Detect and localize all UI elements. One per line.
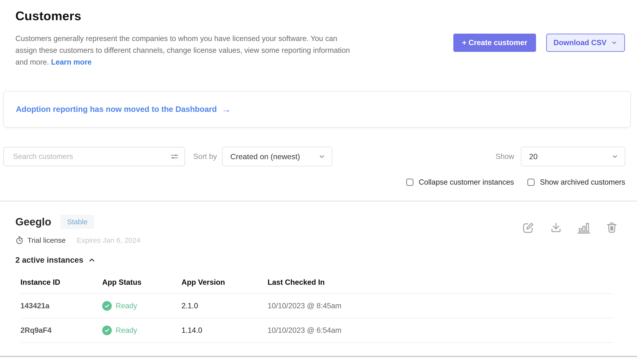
page-description: Customers generally represent the compan…	[15, 33, 350, 68]
collapse-instances-group: Collapse customer instances	[406, 178, 514, 186]
edit-icon[interactable]	[522, 222, 534, 234]
license-row: Trial license Expires Jan 6, 2024	[15, 236, 622, 244]
header-row: Customers generally represent the compan…	[15, 33, 625, 68]
channel-badge: Stable	[60, 215, 94, 229]
sort-select[interactable]: Created on (newest)	[222, 147, 332, 166]
create-customer-button[interactable]: + Create customer	[453, 34, 536, 52]
instance-table: Instance ID App Status App Version Last …	[21, 275, 614, 343]
adoption-banner-link[interactable]: Adoption reporting has now moved to the …	[16, 105, 231, 114]
app-status-cell: Ready	[102, 294, 181, 318]
collapse-instances-checkbox[interactable]	[406, 179, 413, 186]
license-expires: Expires Jan 6, 2024	[77, 236, 140, 244]
search-input[interactable]	[3, 147, 185, 166]
customer-card: Geeglo Stable	[0, 202, 637, 343]
show-label: Show	[495, 152, 514, 161]
page-header: Customers Customers generally represent …	[0, 0, 637, 68]
show-select[interactable]: 20	[521, 147, 625, 166]
page-title: Customers	[15, 9, 625, 23]
check-circle-icon	[102, 326, 112, 335]
download-csv-label: Download CSV	[554, 38, 606, 47]
bar-chart-icon[interactable]	[578, 222, 590, 234]
sort-by-label: Sort by	[193, 152, 217, 161]
description-line: and more.	[15, 58, 49, 66]
description-line: Customers generally represent the compan…	[15, 33, 350, 44]
description-line: assign these customers to different chan…	[15, 44, 350, 56]
app-status-label: Ready	[116, 302, 137, 310]
arrow-right-icon: →	[222, 105, 231, 114]
column-header: App Status	[102, 275, 181, 294]
app-status-label: Ready	[116, 326, 137, 335]
customer-name: Geeglo	[15, 216, 51, 228]
app-status-cell: Ready	[102, 318, 181, 343]
filter-sliders-icon[interactable]	[170, 152, 179, 161]
sort-select-value: Created on (newest)	[230, 152, 300, 161]
checkbox-row: Collapse customer instances Show archive…	[0, 178, 625, 186]
instances-toggle[interactable]: 2 active instances	[15, 256, 96, 264]
adoption-banner-text: Adoption reporting has now moved to the …	[16, 105, 217, 114]
show-archived-checkbox[interactable]	[527, 179, 535, 186]
header-actions: + Create customer Download CSV	[453, 34, 625, 52]
customers-page: Customers Customers generally represent …	[0, 0, 637, 364]
license-type: Trial license	[15, 236, 66, 244]
customer-actions	[522, 222, 618, 234]
search-wrap	[3, 147, 185, 166]
instance-id-cell: 143421a	[21, 294, 102, 318]
learn-more-link[interactable]: Learn more	[51, 58, 92, 66]
filter-toolbar: Sort by Created on (newest) Show 20	[3, 147, 625, 166]
app-version-cell: 2.1.0	[181, 294, 268, 318]
chevron-up-icon	[88, 256, 96, 264]
license-type-label: Trial license	[27, 236, 66, 244]
chevron-down-icon	[318, 153, 325, 160]
instance-id-cell: 2Rq9aF4	[21, 318, 102, 343]
show-archived-label: Show archived customers	[540, 178, 625, 186]
chevron-down-icon	[611, 40, 617, 46]
adoption-banner: Adoption reporting has now moved to the …	[3, 91, 631, 128]
instances-toggle-label: 2 active instances	[15, 256, 83, 264]
last-checked-in-cell: 10/10/2023 @ 6:54am	[268, 318, 614, 343]
show-select-value: 20	[529, 152, 538, 161]
column-header: Instance ID	[21, 275, 102, 294]
column-header: Last Checked In	[268, 275, 614, 294]
stopwatch-icon	[15, 236, 24, 244]
trash-icon[interactable]	[606, 222, 618, 234]
chevron-down-icon	[611, 153, 618, 160]
download-csv-button[interactable]: Download CSV	[546, 34, 625, 52]
check-circle-icon	[102, 301, 112, 311]
collapse-instances-label: Collapse customer instances	[419, 178, 514, 186]
column-header: App Version	[181, 275, 268, 294]
app-version-cell: 1.14.0	[181, 318, 268, 343]
card-divider	[0, 356, 637, 357]
show-archived-group: Show archived customers	[527, 178, 625, 186]
download-icon[interactable]	[550, 222, 562, 234]
last-checked-in-cell: 10/10/2023 @ 8:45am	[268, 294, 614, 318]
